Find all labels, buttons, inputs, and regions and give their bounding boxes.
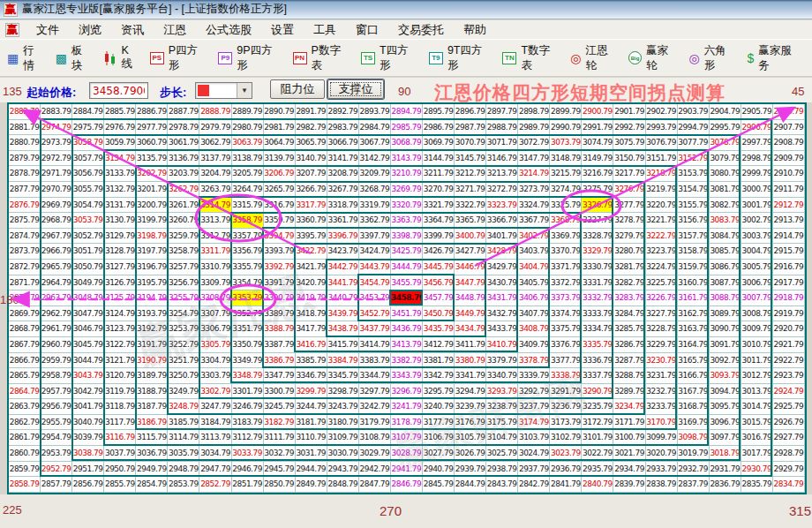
grid-cell: 3240.79	[423, 399, 455, 415]
grid-cell: 3335.79	[582, 337, 613, 353]
grid-cell: 3142.79	[359, 151, 391, 167]
grid-cell: 3391.79	[264, 275, 296, 291]
toolbar-item-service[interactable]: $赢家服务	[747, 43, 801, 73]
grid-cell: 2924.79	[773, 384, 805, 400]
toolbar-item-9p-square[interactable]: P99P四方形	[218, 43, 281, 73]
grid-cell: 2875.79	[9, 213, 41, 229]
grid-cell: 3327.79	[582, 213, 613, 229]
chevron-down-icon[interactable]: ▼	[237, 83, 252, 98]
grid-cell: 3228.79	[646, 321, 678, 337]
toolbar-item-label: 9T四方形	[447, 43, 492, 73]
menu-gann[interactable]: 江恩	[154, 20, 196, 40]
grid-cell: 2863.79	[9, 399, 41, 415]
grid-cell: 3429.79	[486, 260, 518, 275]
grid-cell: 3274.79	[550, 182, 582, 198]
support-button[interactable]: 支撑位	[327, 79, 384, 99]
grid-cell: 3209.79	[359, 166, 391, 182]
grid-cell: 3244.79	[296, 399, 327, 415]
toolbar-item-p-square[interactable]: PSP四方形	[150, 43, 207, 73]
toolbar-item-candlestick[interactable]: K线	[103, 44, 138, 72]
grid-cell: 3238.79	[486, 399, 518, 415]
window-title: 赢家江恩专业版[赢家服务平台] - [上证指数价格正方形]	[22, 2, 287, 17]
menu-window[interactable]: 窗口	[346, 20, 388, 40]
grid-cell: 3446.79	[455, 260, 486, 275]
grid-cell: 2937.79	[518, 462, 550, 478]
grid-cell: 3309.79	[199, 275, 231, 291]
toolbar-item-hexagon[interactable]: ◎六角形	[689, 43, 736, 73]
menu-help[interactable]: 帮助	[454, 20, 496, 40]
toolbar-item-quotes-grid[interactable]: ▦行情	[7, 43, 44, 73]
grid-cell: 3367.79	[518, 213, 550, 229]
toolbar-item-t-square[interactable]: TST四方形	[361, 43, 417, 73]
grid-cell: 3361.79	[327, 213, 359, 229]
gann-square-frame: 2882.792883.792884.792885.792886.792887.…	[7, 102, 807, 494]
grid-cell: 3431.79	[486, 290, 518, 306]
menu-settings[interactable]: 设置	[261, 20, 304, 40]
grid-cell: 2953.79	[41, 446, 72, 462]
grid-cell: 2914.79	[773, 229, 805, 245]
grid-cell: 2969.79	[41, 198, 72, 214]
grid-cell: 3342.79	[423, 368, 455, 384]
menu-news[interactable]: 资讯	[111, 20, 154, 40]
grid-cell: 2948.79	[168, 462, 199, 478]
start-price-input[interactable]	[89, 82, 148, 99]
grid-cell: 3267.79	[327, 182, 359, 198]
grid-cell: 3442.79	[327, 260, 359, 275]
toolbar-item-winner-wheel[interactable]: Big赢家轮	[628, 43, 677, 73]
step-label: 步长:	[160, 85, 186, 101]
grid-cell: 3152.79	[678, 151, 710, 167]
grid-cell: 3004.79	[741, 244, 773, 260]
grid-cell: 3212.79	[455, 166, 486, 182]
grid-cell: 3317.79	[296, 198, 327, 214]
grid-cell: 3196.79	[136, 260, 168, 275]
grid-cell: 3360.79	[296, 213, 327, 229]
grid-cell: 3231.79	[646, 368, 678, 384]
menu-formula-stockpick[interactable]: 公式选股	[196, 20, 261, 40]
grid-cell: 3005.79	[741, 260, 773, 275]
grid-cell: 2912.79	[773, 198, 805, 214]
grid-cell: 3326.79	[582, 198, 613, 214]
grid-cell: 2878.79	[9, 166, 41, 182]
toolbar-item-gann-wheel[interactable]: ◎江恩轮	[570, 43, 617, 73]
grid-cell: 3185.79	[168, 415, 199, 431]
grid-cell: 3140.79	[296, 151, 327, 167]
menu-trading[interactable]: 交易委托	[388, 20, 454, 40]
grid-cell: 3029.79	[359, 446, 391, 462]
grid-cell: 3161.79	[678, 290, 710, 306]
grid-cell: 3321.79	[423, 198, 455, 214]
grid-cell: 3106.79	[423, 430, 455, 446]
grid-cell: 2959.79	[41, 353, 72, 369]
toolbar-item-p-number[interactable]: PNP数字表	[293, 43, 350, 73]
menu-tools[interactable]: 工具	[304, 20, 346, 40]
grid-cell: 2884.79	[72, 104, 104, 120]
grid-cell: 3385.79	[296, 353, 327, 369]
toolbar-item-sectors[interactable]: ▩板块	[56, 43, 93, 73]
toolbar-item-9t-square[interactable]: T99T四方形	[429, 43, 492, 73]
grid-cell: 2873.79	[9, 244, 41, 260]
grid-cell: 3247.79	[199, 399, 231, 415]
grid-cell: 2991.79	[582, 120, 613, 136]
grid-cell: 3248.79	[168, 399, 199, 415]
grid-cell: 3242.79	[359, 399, 391, 415]
grid-cell: 2958.79	[41, 368, 72, 384]
grid-cell: 3088.79	[710, 290, 741, 306]
toolbar-item-label: 赢家服务	[758, 43, 801, 73]
grid-cell: 2894.79	[391, 104, 423, 120]
toolbar-item-t-number[interactable]: TNT数字表	[502, 43, 559, 73]
grid-cell: 3320.79	[391, 198, 423, 214]
grid-cell: 3362.79	[359, 213, 391, 229]
grid-cell: 3447.79	[455, 275, 486, 291]
grid-cell: 2846.79	[391, 477, 423, 493]
menu-file[interactable]: 文件	[26, 20, 69, 40]
grid-cell: 3396.79	[327, 229, 359, 245]
step-color-combobox[interactable]: ▼	[195, 82, 252, 99]
grid-cell: 3249.79	[168, 384, 199, 400]
grid-cell: 3008.79	[741, 306, 773, 322]
hexagon-icon: ◎	[689, 52, 700, 64]
grid-cell: 3440.79	[327, 290, 359, 306]
resistance-button[interactable]: 阻力位	[270, 79, 325, 99]
menu-browse[interactable]: 浏览	[69, 20, 111, 40]
grid-cell: 3050.79	[72, 260, 104, 275]
grid-cell: 3019.79	[678, 446, 710, 462]
grid-cell: 3203.79	[168, 166, 199, 182]
